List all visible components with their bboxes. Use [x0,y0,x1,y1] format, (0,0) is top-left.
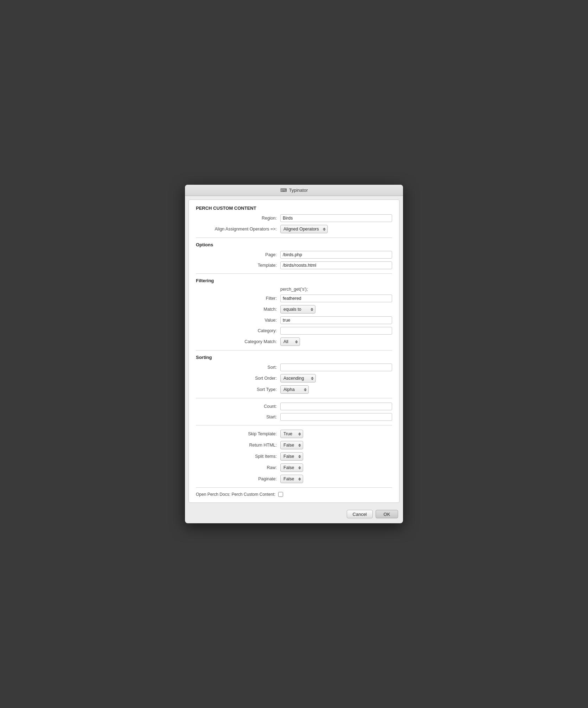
return-html-select-wrapper: False True [280,441,303,449]
docs-checkbox[interactable] [278,492,283,497]
divider-1 [196,238,392,238]
split-items-field: False True [280,452,392,461]
filter-field [280,295,392,302]
sort-field [280,364,392,371]
start-row: Start: [196,413,392,421]
filter-text-row: perch_get('s'); [196,287,392,292]
page-input[interactable] [280,251,392,259]
main-section-title: PERCH CUSTOM CONTENT [196,206,392,211]
filter-input[interactable] [280,295,392,302]
count-input[interactable] [280,403,392,410]
filter-row: Filter: [196,295,392,302]
category-input[interactable] [280,327,392,335]
docs-label: Open Perch Docs: Perch Custom Content: [196,492,275,497]
sort-order-select[interactable]: Ascending Descending [280,374,316,383]
page-label: Page: [196,252,280,257]
ok-button[interactable]: OK [376,510,398,518]
category-match-label: Category Match: [196,339,280,344]
match-select[interactable]: equals to not equal to contains starts w… [280,305,315,314]
sort-type-label: Sort Type: [196,387,280,392]
filter-label: Filter: [196,296,280,301]
raw-select-wrapper: False True [280,463,303,472]
category-match-row: Category Match: All Any [196,337,392,346]
skip-template-label: Skip Template: [196,431,280,436]
app-icon: ⌨ [280,188,287,193]
template-input[interactable] [280,261,392,269]
start-field [280,413,392,421]
cancel-button[interactable]: Cancel [347,510,373,518]
paginate-field: False True [280,475,392,483]
sorting-section-title: Sorting [196,355,392,360]
match-label: Match: [196,307,280,312]
sort-type-select[interactable]: Alpha Numeric Date [280,385,309,394]
titlebar-title: ⌨ Typinator [280,188,308,193]
template-field [280,261,392,269]
align-label: Align Assignment Operators =>: [196,227,280,232]
category-match-field: All Any [280,337,392,346]
template-row: Template: [196,261,392,269]
raw-label: Raw: [196,465,280,470]
region-label: Region: [196,216,280,221]
split-items-row: Split Items: False True [196,452,392,461]
divider-3 [196,350,392,350]
sort-order-select-wrapper: Ascending Descending [280,374,316,383]
raw-field: False True [280,463,392,472]
return-html-label: Return HTML: [196,443,280,448]
sort-row: Sort: [196,364,392,371]
region-input[interactable] [280,214,392,222]
category-row: Category: [196,327,392,335]
align-select[interactable]: Aligned Operators Don't Align [280,225,328,233]
start-label: Start: [196,415,280,419]
value-field [280,316,392,324]
count-row: Count: [196,403,392,410]
divider-5 [196,425,392,425]
paginate-row: Paginate: False True [196,475,392,483]
count-field [280,403,392,410]
category-match-select-wrapper: All Any [280,337,300,346]
value-input[interactable] [280,316,392,324]
category-match-select[interactable]: All Any [280,337,300,346]
category-label: Category: [196,328,280,333]
skip-template-field: True False [280,430,392,438]
template-label: Template: [196,263,280,268]
docs-row: Open Perch Docs: Perch Custom Content: [196,492,392,497]
page-field [280,251,392,259]
app-title: Typinator [289,188,308,193]
page-row: Page: [196,251,392,259]
return-html-select[interactable]: False True [280,441,303,449]
match-select-wrapper: equals to not equal to contains starts w… [280,305,315,314]
skip-template-select-wrapper: True False [280,430,303,438]
start-input[interactable] [280,413,392,421]
options-section-title: Options [196,242,392,247]
raw-select[interactable]: False True [280,463,303,472]
sort-type-row: Sort Type: Alpha Numeric Date [196,385,392,394]
sort-input[interactable] [280,364,392,371]
align-row: Align Assignment Operators =>: Aligned O… [196,225,392,233]
region-field [280,214,392,222]
value-label: Value: [196,318,280,323]
paginate-select-wrapper: False True [280,475,303,483]
sort-type-select-wrapper: Alpha Numeric Date [280,385,309,394]
align-select-wrapper: Aligned Operators Don't Align [280,225,328,233]
paginate-label: Paginate: [196,476,280,481]
paginate-select[interactable]: False True [280,475,303,483]
form-content: PERCH CUSTOM CONTENT Region: Align Assig… [188,200,400,503]
category-field [280,327,392,335]
split-items-select[interactable]: False True [280,452,303,461]
divider-6 [196,487,392,488]
sort-order-field: Ascending Descending [280,374,392,383]
split-items-label: Split Items: [196,454,280,459]
sort-order-label: Sort Order: [196,376,280,381]
main-window: ⌨ Typinator PERCH CUSTOM CONTENT Region:… [185,185,403,523]
titlebar: ⌨ Typinator [185,185,403,196]
filtering-section-title: Filtering [196,278,392,283]
sort-type-field: Alpha Numeric Date [280,385,392,394]
align-field: Aligned Operators Don't Align [280,225,392,233]
sort-order-row: Sort Order: Ascending Descending [196,374,392,383]
region-row: Region: [196,214,392,222]
footer: Cancel OK [185,506,403,523]
return-html-row: Return HTML: False True [196,441,392,449]
divider-4 [196,398,392,398]
match-field: equals to not equal to contains starts w… [280,305,392,314]
skip-template-select[interactable]: True False [280,430,303,438]
